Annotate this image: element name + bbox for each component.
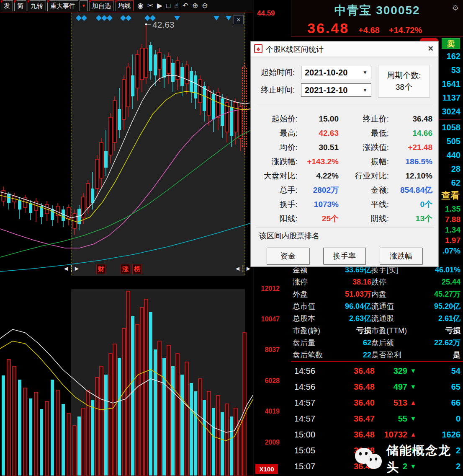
price-axis-top-label: 44.59 — [257, 9, 275, 18]
rank-button-换手率[interactable]: 换手率 — [323, 248, 366, 264]
info-label: 是否盈利 — [371, 349, 416, 361]
volume-axis-tick: 12012 — [255, 285, 280, 292]
info-label: 总股本 — [293, 313, 329, 325]
info-row: 市盈(静)亏损市盈(TTM)亏损 — [291, 325, 463, 337]
scroll-right-handle[interactable]: ◄┆► — [234, 265, 252, 272]
view-more-link[interactable]: 查看 — [441, 189, 460, 202]
tick-time: 14:56 — [294, 363, 320, 379]
info-value: 95.20亿 — [416, 300, 460, 313]
tick-price: 36.48 — [320, 363, 375, 379]
info-value: 是 — [416, 349, 460, 361]
stat-value: 12.10% — [389, 169, 432, 183]
rank-button-涨跌幅[interactable]: 涨跌幅 — [380, 248, 422, 264]
up-arrow-icon: ▲ — [407, 427, 419, 442]
tick-row: 14:5636.48329▼54 — [291, 363, 463, 379]
toolbar-button-简[interactable]: 简 — [14, 0, 26, 11]
scroll-left-handle[interactable]: ◄┆► — [63, 265, 80, 272]
tick-price: 36.48 — [320, 379, 375, 395]
eye-icon[interactable]: ◉ — [137, 1, 144, 11]
volume-axis-tick: 10047 — [255, 316, 280, 323]
stat-value: 42.63 — [298, 126, 339, 140]
info-value: 2.61亿 — [416, 313, 460, 325]
stat-label: 行业对比: — [339, 169, 389, 183]
watermark: 储能概念龙头 — [355, 442, 463, 476]
stock-name-code: 中青宝 300052 — [291, 3, 463, 18]
stat-value: 186.5% — [389, 155, 432, 169]
volume-axis-tick: 6028 — [255, 377, 280, 385]
end-date-row: 终止时间: 2021-12-10 ▼ — [261, 83, 371, 97]
info-value: 62 — [329, 337, 371, 349]
start-date-select[interactable]: 2021-10-20 ▼ — [301, 66, 371, 79]
scissors-icon[interactable]: ✂ — [147, 1, 153, 11]
stat-row: 大盘对比:4.22%行业对比:12.10% — [257, 169, 432, 183]
info-label: 盘后笔数 — [293, 349, 329, 361]
chart-close-icon[interactable]: × — [234, 15, 244, 24]
toolbar-button-重大事件[interactable]: 重大事件 — [47, 0, 78, 11]
rank-button-资金[interactable]: 资金 — [267, 248, 309, 264]
tick-price: 36.40 — [320, 395, 375, 411]
volume-axis-tick: 2009 — [255, 439, 280, 446]
toolbar-button-九转[interactable]: 九转 — [28, 0, 46, 11]
undo-icon[interactable]: ↶ — [183, 1, 188, 11]
dialog-titlebar[interactable]: ♣ 个股K线区间统计 × — [251, 41, 438, 57]
toolbar-button-发[interactable]: 发 — [1, 0, 13, 11]
volume-chart-pane[interactable] — [0, 277, 253, 476]
stat-label: 金额: — [339, 183, 389, 197]
kline-chart[interactable]: 42.63 — [0, 13, 253, 276]
period-count-value: 38个 — [378, 81, 430, 93]
tick-qty: 513 — [375, 395, 407, 411]
stat-label: 均价: — [257, 140, 298, 155]
event-badge-涨[interactable]: 涨 — [121, 264, 130, 274]
stat-value: 2802万 — [298, 183, 339, 197]
info-label: 盘后额 — [371, 337, 416, 349]
stat-label: 阴线: — [339, 212, 389, 226]
info-label: 市盈(静) — [293, 325, 329, 337]
gear-icon[interactable]: ⚙ — [452, 3, 459, 13]
info-value: 45.27万 — [416, 288, 460, 300]
up-arrow-icon: ▲ — [407, 395, 419, 411]
tick-price: 36.47 — [320, 411, 375, 427]
info-label: 流通股 — [371, 313, 416, 325]
volume-chart[interactable] — [0, 289, 253, 476]
info-label: 内盘 — [371, 288, 416, 300]
tick-qty: 10732 — [375, 427, 407, 442]
volume-axis-unit: X100 — [255, 464, 278, 474]
hand-icon[interactable]: ☝ — [174, 1, 178, 11]
end-date-select[interactable]: 2021-12-10 ▼ — [301, 83, 371, 97]
stat-value: 0个 — [389, 197, 432, 212]
stat-row: 总手:2802万金额:854.84亿 — [257, 183, 432, 197]
poker-card-icon: ♣ — [254, 44, 262, 53]
dialog-close-icon[interactable]: × — [428, 43, 433, 54]
zoom-in-icon[interactable]: ⊕ — [192, 1, 198, 11]
stats-grid: 起始价:15.00终止价:36.48最高:42.63最低:14.66均价:30.… — [257, 112, 432, 226]
dialog-title: 个股K线区间统计 — [266, 44, 324, 54]
info-value: 51.03万 — [329, 288, 371, 300]
event-badge-榜[interactable]: 榜 — [132, 264, 142, 274]
zoom-out-icon[interactable]: ⊖ — [202, 1, 208, 11]
tick-time: 14:56 — [294, 379, 320, 395]
stat-value: +21.48 — [389, 140, 432, 155]
sell-button[interactable]: 卖 — [442, 38, 460, 49]
start-date-value: 2021-10-20 — [305, 68, 347, 78]
stat-value: +143.2% — [298, 155, 339, 169]
price-row: 36.48 +4.68 +14.72% — [307, 20, 422, 36]
toolbar-button-均线[interactable]: 均线 — [115, 0, 134, 11]
frame-icon[interactable]: □ — [166, 1, 170, 11]
info-value: 22 — [329, 349, 371, 361]
stat-label: 平线: — [339, 197, 389, 212]
stat-value: 854.84亿 — [389, 183, 432, 197]
kline-chart-pane[interactable]: 42.63 × ◄┆► ◄┆► 财涨榜 — [0, 13, 253, 276]
price-change: +4.68 — [358, 26, 380, 35]
stat-row: 阳线:25个阴线:13个 — [257, 212, 432, 226]
start-date-row: 起始时间: 2021-10-20 ▼ — [261, 66, 371, 79]
replay-icon[interactable]: ▶ — [157, 1, 162, 11]
stock-info-grid: 金额33.69亿换手[实]46.01%涨停38.16跌停25.44外盘51.03… — [291, 264, 463, 362]
tick-volume: 1626 — [419, 427, 460, 442]
stat-row: 最高:42.63最低:14.66 — [257, 126, 432, 140]
toolbar-dropdown-arrow[interactable]: ▼ — [80, 0, 88, 11]
stat-label: 大盘对比: — [257, 169, 298, 183]
toolbar: 发简九转重大事件▼加自选均线◉✂▶□☝↶⊕⊖ — [0, 0, 253, 13]
tick-time: 15:05 — [294, 442, 320, 458]
event-badge-财[interactable]: 财 — [96, 264, 106, 274]
toolbar-button-加自选[interactable]: 加自选 — [89, 0, 114, 11]
